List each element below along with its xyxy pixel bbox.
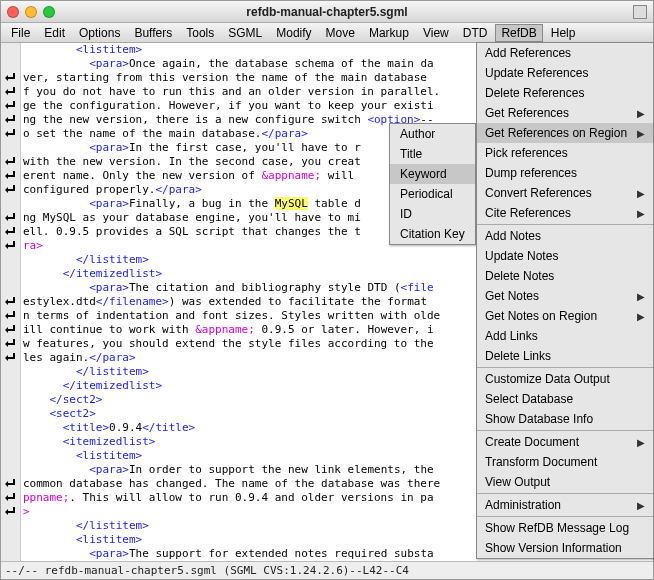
wrap-marker-icon — [4, 338, 18, 350]
menu-item-update-notes[interactable]: Update Notes — [477, 246, 653, 266]
menu-item-view-output[interactable]: View Output — [477, 472, 653, 492]
wrap-marker-icon — [4, 352, 18, 364]
menu-item-select-database[interactable]: Select Database — [477, 389, 653, 409]
menu-item-get-notes-on-region[interactable]: Get Notes on Region▶ — [477, 306, 653, 326]
menu-dtd[interactable]: DTD — [457, 24, 494, 42]
wrap-marker-icon — [4, 100, 18, 112]
menu-file[interactable]: File — [5, 24, 36, 42]
wrap-marker-icon — [4, 184, 18, 196]
chevron-right-icon: ▶ — [637, 128, 645, 139]
chevron-right-icon: ▶ — [637, 500, 645, 511]
chevron-right-icon: ▶ — [637, 311, 645, 322]
menu-separator — [477, 224, 653, 225]
chevron-right-icon: ▶ — [637, 108, 645, 119]
menu-item-add-references[interactable]: Add References — [477, 43, 653, 63]
window: refdb-manual-chapter5.sgml FileEditOptio… — [0, 0, 654, 580]
submenu-item-keyword[interactable]: Keyword — [390, 164, 475, 184]
wrap-marker-icon — [4, 128, 18, 140]
chevron-right-icon: ▶ — [637, 208, 645, 219]
menu-view[interactable]: View — [417, 24, 455, 42]
menu-item-get-references[interactable]: Get References▶ — [477, 103, 653, 123]
menu-item-get-notes[interactable]: Get Notes▶ — [477, 286, 653, 306]
menu-separator — [477, 516, 653, 517]
menu-item-delete-references[interactable]: Delete References — [477, 83, 653, 103]
menu-edit[interactable]: Edit — [38, 24, 71, 42]
wrap-marker-icon — [4, 114, 18, 126]
wrap-marker-icon — [4, 296, 18, 308]
menubar: FileEditOptionsBuffersToolsSGMLModifyMov… — [1, 23, 653, 43]
menu-move[interactable]: Move — [320, 24, 361, 42]
gutter — [1, 43, 21, 561]
titlebar: refdb-manual-chapter5.sgml — [1, 1, 653, 23]
chevron-right-icon: ▶ — [637, 188, 645, 199]
menu-item-show-refdb-message-log[interactable]: Show RefDB Message Log — [477, 518, 653, 538]
wrap-marker-icon — [4, 212, 18, 224]
menu-options[interactable]: Options — [73, 24, 126, 42]
menu-sgml[interactable]: SGML — [222, 24, 268, 42]
menu-item-get-references-on-region[interactable]: Get References on Region▶ — [477, 123, 653, 143]
wrap-marker-icon — [4, 506, 18, 518]
statusbar: --/-- refdb-manual-chapter5.sgml (SGML C… — [1, 561, 653, 579]
menu-item-dump-references[interactable]: Dump references — [477, 163, 653, 183]
wrap-marker-icon — [4, 310, 18, 322]
refdb-menu: Add ReferencesUpdate ReferencesDelete Re… — [476, 42, 654, 559]
menu-separator — [477, 430, 653, 431]
chevron-right-icon: ▶ — [637, 291, 645, 302]
menu-item-add-links[interactable]: Add Links — [477, 326, 653, 346]
menu-buffers[interactable]: Buffers — [128, 24, 178, 42]
menu-item-administration[interactable]: Administration▶ — [477, 495, 653, 515]
submenu-item-citation-key[interactable]: Citation Key — [390, 224, 475, 244]
wrap-marker-icon — [4, 156, 18, 168]
menu-modify[interactable]: Modify — [270, 24, 317, 42]
submenu-get-references-on-region: AuthorTitleKeywordPeriodicalIDCitation K… — [389, 123, 476, 245]
wrap-marker-icon — [4, 72, 18, 84]
menu-item-add-notes[interactable]: Add Notes — [477, 226, 653, 246]
wrap-marker-icon — [4, 240, 18, 252]
submenu-item-title[interactable]: Title — [390, 144, 475, 164]
menu-item-cite-references[interactable]: Cite References▶ — [477, 203, 653, 223]
menu-item-show-database-info[interactable]: Show Database Info — [477, 409, 653, 429]
submenu-item-periodical[interactable]: Periodical — [390, 184, 475, 204]
window-title: refdb-manual-chapter5.sgml — [1, 5, 653, 19]
menu-item-create-document[interactable]: Create Document▶ — [477, 432, 653, 452]
chevron-right-icon: ▶ — [637, 437, 645, 448]
menu-item-update-references[interactable]: Update References — [477, 63, 653, 83]
wrap-marker-icon — [4, 170, 18, 182]
menu-separator — [477, 493, 653, 494]
menu-item-delete-links[interactable]: Delete Links — [477, 346, 653, 366]
submenu-item-author[interactable]: Author — [390, 124, 475, 144]
menu-markup[interactable]: Markup — [363, 24, 415, 42]
menu-tools[interactable]: Tools — [180, 24, 220, 42]
wrap-marker-icon — [4, 492, 18, 504]
menu-item-customize-data-output[interactable]: Customize Data Output — [477, 369, 653, 389]
menu-item-delete-notes[interactable]: Delete Notes — [477, 266, 653, 286]
submenu-item-id[interactable]: ID — [390, 204, 475, 224]
menu-item-pick-references[interactable]: Pick references — [477, 143, 653, 163]
wrap-marker-icon — [4, 86, 18, 98]
menu-help[interactable]: Help — [545, 24, 582, 42]
wrap-marker-icon — [4, 324, 18, 336]
wrap-marker-icon — [4, 226, 18, 238]
menu-item-show-version-information[interactable]: Show Version Information — [477, 538, 653, 558]
wrap-marker-icon — [4, 478, 18, 490]
menu-item-convert-references[interactable]: Convert References▶ — [477, 183, 653, 203]
menu-refdb[interactable]: RefDB — [495, 24, 542, 42]
menu-separator — [477, 367, 653, 368]
menu-item-transform-document[interactable]: Transform Document — [477, 452, 653, 472]
